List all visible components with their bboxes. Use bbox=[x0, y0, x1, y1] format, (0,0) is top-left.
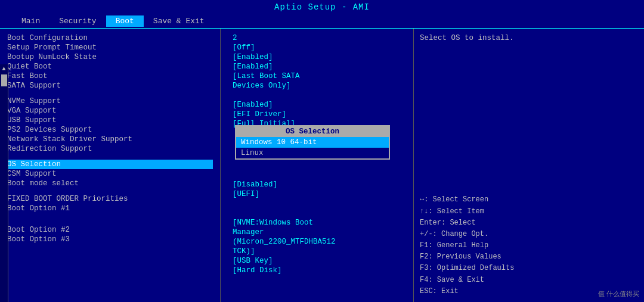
watermark: 值 什么值得买 bbox=[598, 289, 639, 298]
val-blank6 bbox=[233, 208, 410, 218]
entry-boot-config[interactable]: Boot Configuration bbox=[7, 33, 213, 43]
title-bar: Aptio Setup - AMI bbox=[0, 0, 644, 14]
left-panel: Boot Configuration Setup Prompt Timeout … bbox=[0, 29, 221, 302]
entry-vga[interactable]: VGA Support bbox=[7, 106, 213, 116]
middle-panel: 2 [Off] [Enabled] [Enabled] [Last Boot S… bbox=[229, 29, 414, 302]
scrollbar-thumb[interactable] bbox=[1, 74, 7, 86]
val-quiet-boot: [Enabled] bbox=[233, 52, 410, 62]
content-area: Boot Configuration Setup Prompt Timeout … bbox=[0, 29, 644, 302]
entry-boot-opt-3[interactable]: Boot Option #3 bbox=[7, 235, 213, 244]
val-blank5 bbox=[233, 199, 410, 208]
scrollbar[interactable]: ▲ bbox=[0, 64, 8, 302]
val-boot-opt1-3: (Micron_2200_MTFDHBA512 bbox=[233, 237, 410, 247]
gap-4 bbox=[7, 213, 213, 219]
key-f4: F4: Save & Exit bbox=[420, 275, 638, 286]
entry-network-stack[interactable]: Network Stack Driver Support bbox=[7, 135, 213, 144]
entry-boot-mode[interactable]: Boot mode select bbox=[7, 179, 213, 188]
scroll-up-icon[interactable]: ▲ bbox=[1, 64, 7, 73]
val-fast-boot: [Enabled] bbox=[233, 62, 410, 71]
entry-fast-boot[interactable]: Fast Boot bbox=[7, 71, 213, 81]
val-timeout: 2 bbox=[233, 33, 410, 43]
entry-prompt-timeout[interactable]: Setup Prompt Timeout bbox=[7, 43, 213, 52]
entry-quiet-boot[interactable]: Quiet Boot bbox=[7, 62, 213, 71]
right-panel: Select OS to install. ↔: Select Screen ↑… bbox=[414, 29, 644, 302]
val-csm: [Disabled] bbox=[233, 180, 410, 189]
menu-security[interactable]: Security bbox=[49, 15, 106, 27]
val-boot-opt1-1: [NVME:Windows Boot bbox=[233, 218, 410, 228]
val-boot-opt3: [Hard Disk] bbox=[233, 266, 410, 275]
val-boot-opt1-2: Manager bbox=[233, 228, 410, 237]
val-sata-1: [Last Boot SATA bbox=[233, 71, 410, 81]
os-option-linux[interactable]: Linux bbox=[236, 148, 389, 158]
entry-boot-opt-2[interactable]: Boot Option #2 bbox=[7, 225, 213, 235]
key-change-opt: +/-: Change Opt. bbox=[420, 229, 638, 240]
os-dropdown-title: OS Selection bbox=[236, 126, 389, 137]
menu-boot[interactable]: Boot bbox=[106, 15, 144, 27]
val-sata-2: Devices Only] bbox=[233, 81, 410, 91]
gap-5 bbox=[7, 219, 213, 225]
entry-fixed-boot-order: FIXED BOOT ORDER Priorities bbox=[7, 194, 213, 204]
key-enter: Enter: Select bbox=[420, 217, 638, 229]
key-help: ↔: Select Screen ↑↓: Select Item Enter: … bbox=[420, 194, 638, 297]
os-selection-dropdown[interactable]: OS Selection Windows 10 64-bit Linux bbox=[235, 125, 390, 160]
val-nvme: [Enabled] bbox=[233, 100, 410, 110]
gap-2 bbox=[7, 154, 213, 160]
key-f2: F2: Previous Values bbox=[420, 251, 638, 263]
bios-title: Aptio Setup - AMI bbox=[274, 2, 370, 12]
os-option-windows[interactable]: Windows 10 64-bit bbox=[236, 137, 389, 148]
val-boot-opt1-4: TCK)] bbox=[233, 247, 410, 256]
key-select-screen: ↔: Select Screen bbox=[420, 194, 638, 206]
entry-boot-opt-1[interactable]: Boot Option #1 bbox=[7, 204, 213, 213]
val-blank1 bbox=[233, 91, 410, 100]
key-f1: F1: General Help bbox=[420, 240, 638, 251]
key-f3: F3: Optimized Defaults bbox=[420, 263, 638, 274]
entry-os-selection[interactable]: OS Selection bbox=[7, 160, 213, 169]
menu-bar: Main Security Boot Save & Exit bbox=[0, 14, 644, 29]
entry-redirection[interactable]: Redirection Support bbox=[7, 144, 213, 154]
val-boot-opt2: [USB Key] bbox=[233, 256, 410, 266]
entry-numlock[interactable]: Bootup NumLock State bbox=[7, 52, 213, 62]
val-vga: [EFI Driver] bbox=[233, 110, 410, 119]
entry-csm[interactable]: CSM Support bbox=[7, 169, 213, 179]
entry-sata-support[interactable]: SATA Support bbox=[7, 81, 213, 91]
menu-save-exit[interactable]: Save & Exit bbox=[144, 15, 214, 27]
entry-usb[interactable]: USB Support bbox=[7, 116, 213, 125]
help-text: Select OS to install. bbox=[420, 33, 638, 44]
bios-screen: Aptio Setup - AMI Main Security Boot Sav… bbox=[0, 0, 644, 302]
val-boot-mode: [UEFI] bbox=[233, 189, 410, 199]
gap-1 bbox=[7, 91, 213, 96]
menu-main[interactable]: Main bbox=[12, 15, 49, 27]
key-select-item: ↑↓: Select Item bbox=[420, 206, 638, 217]
gap-3 bbox=[7, 188, 213, 194]
val-numlock: [Off] bbox=[233, 43, 410, 52]
entry-nvme[interactable]: NVMe Support bbox=[7, 96, 213, 106]
entry-ps2[interactable]: PS2 Devices Support bbox=[7, 125, 213, 135]
